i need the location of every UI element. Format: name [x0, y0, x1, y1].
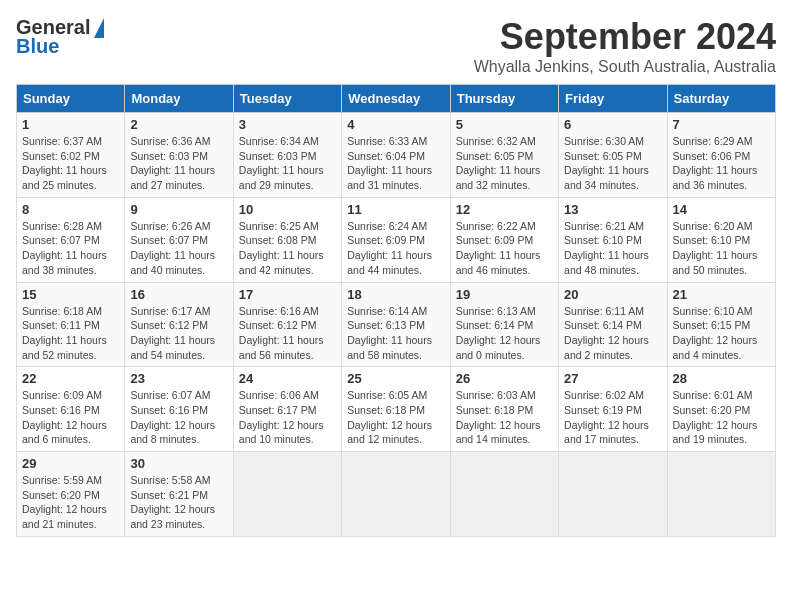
logo: General Blue: [16, 16, 104, 58]
table-row: 17 Sunrise: 6:16 AMSunset: 6:12 PMDaylig…: [233, 282, 341, 367]
day-detail: Sunrise: 6:14 AMSunset: 6:13 PMDaylight:…: [347, 304, 444, 363]
table-row: 16 Sunrise: 6:17 AMSunset: 6:12 PMDaylig…: [125, 282, 233, 367]
day-detail: Sunrise: 6:09 AMSunset: 6:16 PMDaylight:…: [22, 388, 119, 447]
table-row: 12 Sunrise: 6:22 AMSunset: 6:09 PMDaylig…: [450, 197, 558, 282]
table-row: 2 Sunrise: 6:36 AMSunset: 6:03 PMDayligh…: [125, 113, 233, 198]
day-detail: Sunrise: 6:21 AMSunset: 6:10 PMDaylight:…: [564, 219, 661, 278]
day-number: 10: [239, 202, 336, 217]
day-detail: Sunrise: 6:10 AMSunset: 6:15 PMDaylight:…: [673, 304, 770, 363]
day-number: 18: [347, 287, 444, 302]
day-number: 30: [130, 456, 227, 471]
header-friday: Friday: [559, 85, 667, 113]
day-number: 22: [22, 371, 119, 386]
day-detail: Sunrise: 6:24 AMSunset: 6:09 PMDaylight:…: [347, 219, 444, 278]
day-detail: Sunrise: 6:01 AMSunset: 6:20 PMDaylight:…: [673, 388, 770, 447]
day-detail: Sunrise: 6:17 AMSunset: 6:12 PMDaylight:…: [130, 304, 227, 363]
calendar-week-row: 29 Sunrise: 5:59 AMSunset: 6:20 PMDaylig…: [17, 452, 776, 537]
table-row: 3 Sunrise: 6:34 AMSunset: 6:03 PMDayligh…: [233, 113, 341, 198]
calendar-table: Sunday Monday Tuesday Wednesday Thursday…: [16, 84, 776, 537]
day-number: 26: [456, 371, 553, 386]
day-number: 15: [22, 287, 119, 302]
table-row: 6 Sunrise: 6:30 AMSunset: 6:05 PMDayligh…: [559, 113, 667, 198]
day-detail: Sunrise: 6:03 AMSunset: 6:18 PMDaylight:…: [456, 388, 553, 447]
month-title: September 2024: [474, 16, 776, 58]
table-row: 7 Sunrise: 6:29 AMSunset: 6:06 PMDayligh…: [667, 113, 775, 198]
table-row: 21 Sunrise: 6:10 AMSunset: 6:15 PMDaylig…: [667, 282, 775, 367]
calendar-week-row: 22 Sunrise: 6:09 AMSunset: 6:16 PMDaylig…: [17, 367, 776, 452]
table-row: 1 Sunrise: 6:37 AMSunset: 6:02 PMDayligh…: [17, 113, 125, 198]
table-row: 30 Sunrise: 5:58 AMSunset: 6:21 PMDaylig…: [125, 452, 233, 537]
table-row: 23 Sunrise: 6:07 AMSunset: 6:16 PMDaylig…: [125, 367, 233, 452]
day-detail: Sunrise: 6:07 AMSunset: 6:16 PMDaylight:…: [130, 388, 227, 447]
logo-blue: Blue: [16, 35, 59, 58]
day-number: 2: [130, 117, 227, 132]
day-detail: Sunrise: 6:22 AMSunset: 6:09 PMDaylight:…: [456, 219, 553, 278]
calendar-week-row: 8 Sunrise: 6:28 AMSunset: 6:07 PMDayligh…: [17, 197, 776, 282]
day-detail: Sunrise: 6:30 AMSunset: 6:05 PMDaylight:…: [564, 134, 661, 193]
day-detail: Sunrise: 6:02 AMSunset: 6:19 PMDaylight:…: [564, 388, 661, 447]
table-row: 14 Sunrise: 6:20 AMSunset: 6:10 PMDaylig…: [667, 197, 775, 282]
table-row: 4 Sunrise: 6:33 AMSunset: 6:04 PMDayligh…: [342, 113, 450, 198]
day-detail: Sunrise: 6:33 AMSunset: 6:04 PMDaylight:…: [347, 134, 444, 193]
day-number: 21: [673, 287, 770, 302]
table-row: 18 Sunrise: 6:14 AMSunset: 6:13 PMDaylig…: [342, 282, 450, 367]
day-detail: Sunrise: 5:58 AMSunset: 6:21 PMDaylight:…: [130, 473, 227, 532]
location-title: Whyalla Jenkins, South Australia, Austra…: [474, 58, 776, 76]
day-detail: Sunrise: 6:37 AMSunset: 6:02 PMDaylight:…: [22, 134, 119, 193]
day-number: 14: [673, 202, 770, 217]
weekday-header-row: Sunday Monday Tuesday Wednesday Thursday…: [17, 85, 776, 113]
table-row: [233, 452, 341, 537]
day-detail: Sunrise: 6:26 AMSunset: 6:07 PMDaylight:…: [130, 219, 227, 278]
table-row: 28 Sunrise: 6:01 AMSunset: 6:20 PMDaylig…: [667, 367, 775, 452]
table-row: [450, 452, 558, 537]
header-sunday: Sunday: [17, 85, 125, 113]
day-detail: Sunrise: 6:11 AMSunset: 6:14 PMDaylight:…: [564, 304, 661, 363]
table-row: 15 Sunrise: 6:18 AMSunset: 6:11 PMDaylig…: [17, 282, 125, 367]
day-number: 3: [239, 117, 336, 132]
calendar-week-row: 15 Sunrise: 6:18 AMSunset: 6:11 PMDaylig…: [17, 282, 776, 367]
table-row: 8 Sunrise: 6:28 AMSunset: 6:07 PMDayligh…: [17, 197, 125, 282]
logo-triangle-icon: [94, 18, 104, 38]
day-number: 12: [456, 202, 553, 217]
day-number: 27: [564, 371, 661, 386]
table-row: [559, 452, 667, 537]
day-detail: Sunrise: 6:36 AMSunset: 6:03 PMDaylight:…: [130, 134, 227, 193]
day-detail: Sunrise: 6:25 AMSunset: 6:08 PMDaylight:…: [239, 219, 336, 278]
day-number: 7: [673, 117, 770, 132]
day-number: 24: [239, 371, 336, 386]
title-area: September 2024 Whyalla Jenkins, South Au…: [474, 16, 776, 76]
table-row: 24 Sunrise: 6:06 AMSunset: 6:17 PMDaylig…: [233, 367, 341, 452]
day-number: 25: [347, 371, 444, 386]
day-number: 9: [130, 202, 227, 217]
header: General Blue September 2024 Whyalla Jenk…: [16, 16, 776, 76]
table-row: 5 Sunrise: 6:32 AMSunset: 6:05 PMDayligh…: [450, 113, 558, 198]
day-number: 17: [239, 287, 336, 302]
table-row: 19 Sunrise: 6:13 AMSunset: 6:14 PMDaylig…: [450, 282, 558, 367]
day-detail: Sunrise: 5:59 AMSunset: 6:20 PMDaylight:…: [22, 473, 119, 532]
table-row: 9 Sunrise: 6:26 AMSunset: 6:07 PMDayligh…: [125, 197, 233, 282]
day-number: 8: [22, 202, 119, 217]
day-number: 20: [564, 287, 661, 302]
day-detail: Sunrise: 6:05 AMSunset: 6:18 PMDaylight:…: [347, 388, 444, 447]
header-tuesday: Tuesday: [233, 85, 341, 113]
table-row: [667, 452, 775, 537]
day-number: 29: [22, 456, 119, 471]
day-detail: Sunrise: 6:32 AMSunset: 6:05 PMDaylight:…: [456, 134, 553, 193]
day-detail: Sunrise: 6:20 AMSunset: 6:10 PMDaylight:…: [673, 219, 770, 278]
table-row: [342, 452, 450, 537]
day-detail: Sunrise: 6:06 AMSunset: 6:17 PMDaylight:…: [239, 388, 336, 447]
header-saturday: Saturday: [667, 85, 775, 113]
day-number: 6: [564, 117, 661, 132]
day-number: 11: [347, 202, 444, 217]
table-row: 29 Sunrise: 5:59 AMSunset: 6:20 PMDaylig…: [17, 452, 125, 537]
day-number: 13: [564, 202, 661, 217]
day-detail: Sunrise: 6:13 AMSunset: 6:14 PMDaylight:…: [456, 304, 553, 363]
header-monday: Monday: [125, 85, 233, 113]
table-row: 26 Sunrise: 6:03 AMSunset: 6:18 PMDaylig…: [450, 367, 558, 452]
table-row: 27 Sunrise: 6:02 AMSunset: 6:19 PMDaylig…: [559, 367, 667, 452]
day-number: 4: [347, 117, 444, 132]
table-row: 22 Sunrise: 6:09 AMSunset: 6:16 PMDaylig…: [17, 367, 125, 452]
day-detail: Sunrise: 6:28 AMSunset: 6:07 PMDaylight:…: [22, 219, 119, 278]
table-row: 11 Sunrise: 6:24 AMSunset: 6:09 PMDaylig…: [342, 197, 450, 282]
day-detail: Sunrise: 6:18 AMSunset: 6:11 PMDaylight:…: [22, 304, 119, 363]
